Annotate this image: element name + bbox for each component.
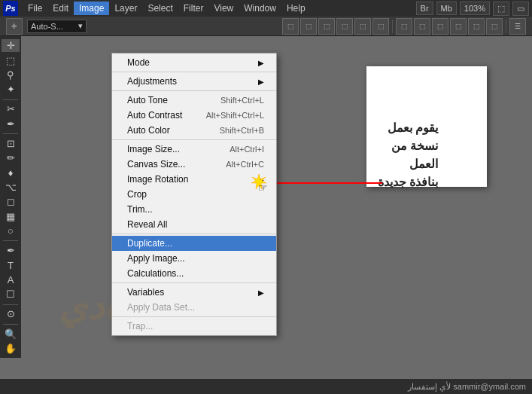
dist-btn-5[interactable]: ⬚: [468, 18, 485, 35]
extra-btn[interactable]: ☰: [509, 18, 526, 35]
menu-select[interactable]: Select: [142, 2, 178, 15]
arrow-line: [269, 182, 382, 184]
menu-item-variables[interactable]: Variables ▶: [112, 285, 276, 300]
tool-stamp[interactable]: ♦: [2, 166, 20, 179]
tool-shape[interactable]: ☐: [2, 288, 20, 301]
tool-history[interactable]: ⌥: [2, 181, 20, 194]
tool-gradient[interactable]: ▦: [2, 210, 20, 223]
dist-btn-1[interactable]: ⬚: [396, 18, 412, 35]
menu-item-auto-color[interactable]: Auto Color Shift+Ctrl+B: [112, 123, 276, 138]
ps-logo: Ps: [3, 1, 18, 16]
tool-eraser[interactable]: ◻: [2, 195, 20, 208]
bridge-btn[interactable]: Br: [416, 2, 433, 15]
tool-move[interactable]: ✛: [2, 39, 20, 52]
tool-dodge[interactable]: ○: [2, 224, 20, 237]
tool-lasso[interactable]: ⚲: [2, 69, 20, 81]
image-menu: Mode ▶ Adjustments ▶ Auto Tone Shift+Ctr: [111, 53, 277, 336]
left-toolbar: ✛ ⬚ ⚲ ✦ ✂ ✒ ⊡ ✏ ♦ ⌥ ◻ ▦ ○ ✒ T A ☐ ⊙ 🔍 ✋: [0, 36, 21, 358]
zoom-display: 103%: [460, 2, 490, 15]
menu-edit[interactable]: Edit: [47, 2, 74, 15]
menu-image[interactable]: Image: [74, 2, 109, 15]
screen-btn[interactable]: ▭: [512, 2, 529, 16]
tool-zoom[interactable]: 🔍: [2, 327, 20, 340]
tool-sep-4: [3, 304, 18, 305]
tool-eyedrop[interactable]: ✒: [2, 118, 20, 130]
menu-item-mode[interactable]: Mode ▶: [112, 55, 276, 70]
menu-help[interactable]: Help: [281, 2, 311, 15]
menu-section-size: Image Size... Alt+Ctrl+I Canvas Size... …: [112, 140, 276, 234]
tool-pen[interactable]: ✒: [2, 244, 20, 257]
tool-heal[interactable]: ⊡: [2, 137, 20, 150]
menubar: Ps File Edit Image Layer Select Filter V…: [0, 0, 532, 17]
align-btn-1[interactable]: ⬚: [282, 18, 299, 35]
menu-item-auto-tone[interactable]: Auto Tone Shift+Ctrl+L: [112, 93, 276, 108]
tool-crop[interactable]: ✂: [2, 102, 20, 115]
dist-btn-3[interactable]: ⬚: [432, 18, 448, 35]
tool-icon: ✛: [6, 18, 23, 35]
options-bar: ✛ Auto-S... ▾ ⬚ ⬚ ⬚ ⬚ ⬚ ⬚ ⬚ ⬚ ⬚ ⬚ ⬚ ⬚ ☰: [0, 17, 532, 36]
menu-section-duplicate: Duplicate... Apply Image... Calculations…: [112, 234, 276, 283]
tool-text[interactable]: T: [2, 258, 20, 271]
menubar-right: Br Mb 103% ⬚ ▭: [416, 2, 529, 16]
align-btn-6[interactable]: ⬚: [372, 18, 389, 35]
tool-brush[interactable]: ✏: [2, 151, 20, 164]
menu-view[interactable]: View: [208, 2, 239, 15]
statusbar: sammir@ymail.com لأي إستفسار: [0, 379, 532, 394]
document-canvas: يقوم بعمل نسخة من العمل بنافذة جديدة: [366, 66, 487, 187]
tool-path-select[interactable]: A: [2, 273, 20, 286]
tool-sep-1: [3, 99, 18, 100]
tool-sep-5: [3, 324, 18, 325]
menu-section-trap: Trap...: [112, 317, 276, 335]
menu-section-adjustments: Adjustments ▶: [112, 72, 276, 91]
minibr-btn[interactable]: Mb: [436, 2, 457, 15]
menu-item-apply-data-set: Apply Data Set...: [112, 300, 276, 315]
menu-item-reveal-all[interactable]: Reveal All: [112, 217, 276, 232]
menu-section-variables: Variables ▶ Apply Data Set...: [112, 283, 276, 317]
menu-item-image-size[interactable]: Image Size... Alt+Ctrl+I: [112, 142, 276, 157]
menu-item-duplicate[interactable]: Duplicate...: [112, 236, 276, 251]
tool-sep-3: [3, 240, 18, 241]
menu-file[interactable]: File: [23, 2, 47, 15]
dist-btn-4[interactable]: ⬚: [450, 18, 467, 35]
canvas-area: يقوم بعمل نسخة من العمل بنافذة جديدة ☞ ا…: [21, 36, 532, 358]
tool-hand[interactable]: ✋: [2, 342, 20, 355]
arrange-btn[interactable]: ⬚: [493, 2, 509, 16]
statusbar-right-text: sammir@ymail.com لأي إستفسار: [408, 382, 526, 392]
menu-section-mode: Mode ▶: [112, 53, 276, 72]
menu-item-trap: Trap...: [112, 319, 276, 334]
align-btn-5[interactable]: ⬚: [354, 18, 371, 35]
menu-item-trim[interactable]: Trim...: [112, 202, 276, 217]
dist-btn-6[interactable]: ⬚: [486, 18, 503, 35]
menu-window[interactable]: Window: [239, 2, 281, 15]
menu-item-crop[interactable]: Crop: [112, 187, 276, 202]
align-btn-2[interactable]: ⬚: [300, 18, 317, 35]
menu-item-calculations[interactable]: Calculations...: [112, 266, 276, 281]
auto-select-combo[interactable]: Auto-S... ▾: [27, 20, 87, 33]
tool-sep-2: [3, 133, 18, 134]
annotation-arrow: [262, 179, 382, 188]
menu-item-apply-image[interactable]: Apply Image...: [112, 251, 276, 266]
menu-item-adjustments[interactable]: Adjustments ▶: [112, 74, 276, 89]
main-area: ✛ ⬚ ⚲ ✦ ✂ ✒ ⊡ ✏ ♦ ⌥ ◻ ▦ ○ ✒ T A ☐ ⊙ 🔍 ✋ …: [0, 36, 532, 358]
menu-layer[interactable]: Layer: [109, 2, 142, 15]
dist-btn-2[interactable]: ⬚: [414, 18, 430, 35]
menu-item-auto-contrast[interactable]: Auto Contrast Alt+Shift+Ctrl+L: [112, 108, 276, 123]
menu-filter[interactable]: Filter: [178, 2, 209, 15]
tool-magic-wand[interactable]: ✦: [2, 83, 20, 96]
menu-section-auto: Auto Tone Shift+Ctrl+L Auto Contrast Alt…: [112, 91, 276, 140]
tool-3d[interactable]: ⊙: [2, 307, 20, 320]
menu-item-image-rotation[interactable]: Image Rotation ▶: [112, 172, 276, 187]
tool-select-rect[interactable]: ⬚: [2, 53, 20, 66]
align-btn-4[interactable]: ⬚: [336, 18, 353, 35]
menu-item-canvas-size[interactable]: Canvas Size... Alt+Ctrl+C: [112, 157, 276, 172]
align-btn-3[interactable]: ⬚: [318, 18, 335, 35]
